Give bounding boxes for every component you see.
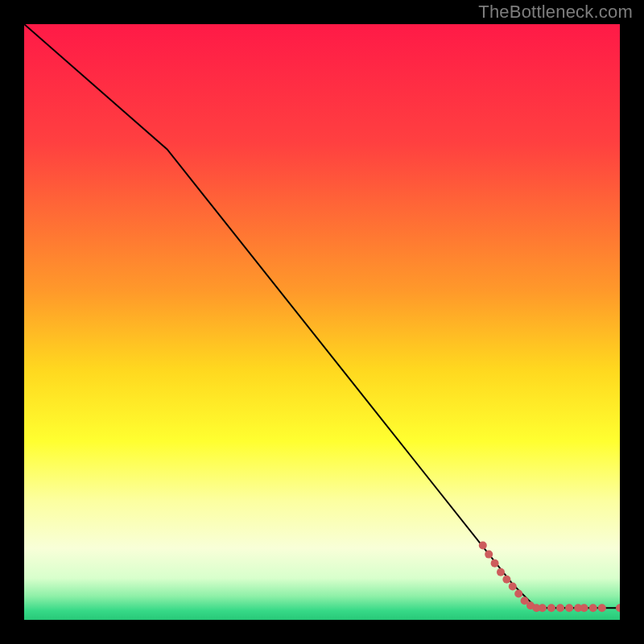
data-point bbox=[565, 604, 573, 612]
chart-container: TheBottleneck.com bbox=[0, 0, 644, 644]
data-point bbox=[539, 604, 547, 612]
data-point bbox=[479, 542, 487, 550]
data-point bbox=[580, 604, 588, 612]
data-point bbox=[589, 604, 597, 612]
plot-area bbox=[24, 24, 620, 620]
data-point bbox=[547, 604, 555, 612]
data-point bbox=[485, 551, 493, 559]
data-point bbox=[502, 576, 510, 584]
data-point bbox=[556, 604, 564, 612]
watermark-text: TheBottleneck.com bbox=[478, 2, 633, 23]
data-point bbox=[497, 568, 505, 576]
data-point bbox=[491, 559, 499, 568]
gradient-rect bbox=[24, 24, 620, 620]
data-point bbox=[598, 604, 606, 612]
data-point bbox=[514, 589, 522, 597]
data-point bbox=[509, 583, 517, 591]
chart-svg bbox=[24, 24, 620, 620]
